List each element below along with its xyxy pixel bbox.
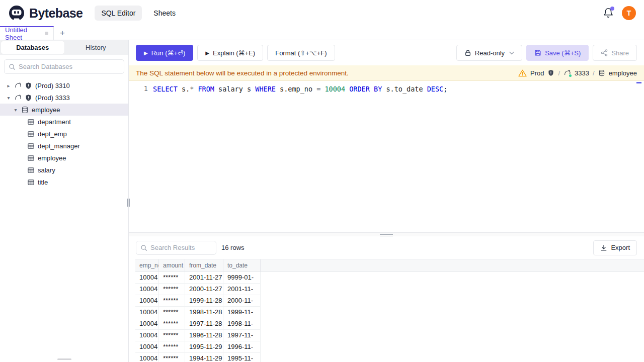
sql-editor[interactable]: 1 SELECT s.* FROM salary s WHERE s.emp_n… [129, 81, 644, 232]
table-cell: 1999-11-28 [185, 295, 223, 307]
caret-down-icon[interactable]: ▾ [6, 95, 11, 101]
table-cell: 10004 [135, 307, 159, 318]
database-icon [598, 69, 605, 76]
sidebar-resize-handle[interactable] [127, 199, 130, 207]
table-cell: 9999-01-01 [223, 272, 261, 284]
table-icon [27, 166, 35, 174]
table-icon [27, 154, 35, 162]
sidebar-tabs: Databases History [0, 40, 128, 55]
new-sheet-button[interactable]: + [54, 26, 71, 40]
caret-right-icon[interactable]: ▸ [6, 83, 11, 88]
notification-dot [610, 7, 614, 11]
sheet-tab-bar: Untitled Sheet + [0, 26, 644, 40]
sidebar-scrollbar-thumb[interactable] [57, 358, 71, 360]
results-panel: 16 rows Export emp_noamountfrom_dateto_d… [129, 236, 644, 362]
avatar[interactable]: T [622, 6, 636, 20]
sheet-tab-untitled[interactable]: Untitled Sheet [0, 26, 54, 40]
tree-label: salary [38, 166, 55, 174]
format-button[interactable]: Format (⇧+⌥+F) [267, 45, 335, 61]
table-row[interactable]: 10004******1998-11-281999-11-28 [135, 307, 644, 318]
scrollbar-overview-mark [636, 82, 641, 83]
table-cell: 10004 [135, 353, 159, 362]
row-filler [261, 284, 644, 295]
table-cell: 10004 [135, 284, 159, 295]
search-results-input[interactable] [150, 244, 212, 251]
brand-name: Bytebase [29, 6, 83, 21]
shield-icon [25, 94, 32, 102]
table-row[interactable]: 10004******1995-11-291996-11-28 [135, 341, 644, 353]
table-row[interactable]: 10004******1994-11-291995-11-29 [135, 353, 644, 362]
table-cell: ****** [159, 295, 185, 307]
column-header-to_date[interactable]: to_date [223, 259, 261, 272]
tab-databases[interactable]: Databases [1, 41, 64, 54]
results-resize-splitter[interactable] [129, 232, 644, 236]
tab-sheets[interactable]: Sheets [147, 6, 182, 21]
column-header-amount[interactable]: amount [159, 259, 185, 272]
tree-label: (Prod) 3333 [35, 94, 70, 102]
save-icon [534, 49, 541, 56]
table-cell: 10004 [135, 272, 159, 284]
app-window: Bytebase SQL Editor Sheets T Untitled Sh… [0, 0, 644, 362]
table-row[interactable]: 10004******1999-11-282000-11-27 [135, 295, 644, 307]
results-header-row: emp_noamountfrom_dateto_date [135, 259, 644, 272]
main-nav: SQL Editor Sheets [95, 6, 182, 21]
environment-label: Prod [530, 69, 544, 77]
banner-message: The SQL statement below will be executed… [136, 69, 349, 77]
search-icon [140, 244, 147, 251]
connection-breadcrumb: Prod / 3333 / employee [518, 69, 637, 77]
run-button[interactable]: ▶ Run (⌘+⏎) [136, 45, 193, 61]
database-link[interactable]: employee [609, 69, 637, 77]
protected-environment-banner: The SQL statement below will be executed… [129, 65, 644, 81]
tree-instance--prod-3333[interactable]: ▾(Prod) 3333 [0, 92, 128, 104]
table-cell: 2000-11-27 [223, 295, 261, 307]
table-row[interactable]: 10004******1997-11-281998-11-28 [135, 318, 644, 330]
table-cell: 10004 [135, 318, 159, 330]
bytebase-logo[interactable]: Bytebase [8, 5, 83, 22]
sidebar: Databases History ▸(Prod) 3310▾(Prod) 33… [0, 40, 129, 362]
row-filler [261, 330, 644, 341]
table-icon [27, 118, 35, 126]
tree-instance--prod-3310[interactable]: ▸(Prod) 3310 [0, 79, 128, 92]
table-row[interactable]: 10004******2000-11-272001-11-27 [135, 284, 644, 295]
tree-database-employee[interactable]: ▾employee [0, 104, 128, 116]
table-row[interactable]: 10004******2001-11-279999-01-01 [135, 272, 644, 284]
tree-table-title[interactable]: title [0, 176, 128, 188]
readonly-mode-dropdown[interactable]: Read-only [456, 45, 522, 61]
sql-code-line[interactable]: SELECT s.* FROM salary s WHERE s.emp_no … [153, 84, 447, 94]
tree-label: title [38, 178, 48, 186]
tree-table-employee[interactable]: employee [0, 152, 128, 164]
connection-status-dot [569, 74, 572, 77]
tab-sql-editor[interactable]: SQL Editor [95, 6, 142, 21]
explain-button[interactable]: ▶ Explain (⌘+E) [197, 45, 263, 61]
table-cell: 1997-11-28 [185, 318, 223, 330]
caret-down-icon[interactable]: ▾ [13, 107, 18, 113]
table-cell: ****** [159, 341, 185, 353]
table-cell: 1998-11-28 [185, 307, 223, 318]
search-databases-input[interactable] [19, 63, 120, 70]
tree-label: dept_emp [38, 130, 67, 138]
row-filler [261, 307, 644, 318]
export-button[interactable]: Export [593, 240, 637, 255]
navbar-right: T [603, 6, 636, 20]
share-button[interactable]: Share [593, 45, 637, 61]
line-number: 1 [129, 84, 148, 94]
save-button[interactable]: Save (⌘+S) [526, 45, 589, 61]
tab-history[interactable]: History [64, 41, 128, 54]
tree-table-department[interactable]: department [0, 116, 128, 128]
tree-label: employee [32, 106, 60, 114]
tree-table-dept-emp[interactable]: dept_emp [0, 128, 128, 140]
notification-bell-icon[interactable] [603, 8, 614, 19]
breadcrumb-separator: / [558, 69, 560, 77]
table-cell: 2001-11-27 [185, 272, 223, 284]
column-header-from_date[interactable]: from_date [185, 259, 223, 272]
table-cell: 1998-11-28 [223, 318, 261, 330]
tree-table-salary[interactable]: salary [0, 164, 128, 176]
header-filler [261, 259, 644, 272]
column-header-emp_no[interactable]: emp_no [135, 259, 159, 272]
tree-table-dept-manager[interactable]: dept_manager [0, 140, 128, 152]
table-icon [27, 142, 35, 150]
table-row[interactable]: 10004******1996-11-281997-11-28 [135, 330, 644, 341]
table-cell: 1999-11-28 [223, 307, 261, 318]
instance-link[interactable]: 3333 [575, 69, 589, 77]
lock-icon [464, 49, 471, 56]
